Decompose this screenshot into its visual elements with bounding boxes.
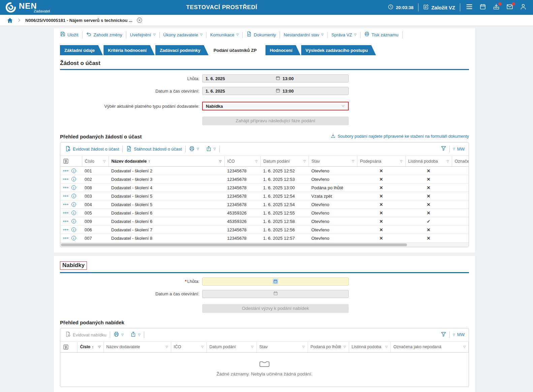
toolbar-item-6[interactable]: Nestandardní stav▽: [280, 32, 327, 38]
column-header-3[interactable]: Datum podání▽: [260, 156, 309, 167]
column-header-6[interactable]: Listinná podoba▽: [405, 156, 452, 167]
column-config-icon[interactable]: [63, 344, 74, 350]
row-info-icon[interactable]: [71, 176, 76, 182]
filter-caret-icon[interactable]: ▽: [351, 160, 354, 163]
column-header-7[interactable]: Označena jako nepodaná▽: [390, 341, 469, 352]
close-icon[interactable]: [136, 17, 143, 23]
row-info-icon[interactable]: [71, 168, 76, 173]
menu-button[interactable]: [465, 3, 474, 12]
mw-control[interactable]: ▽MW: [453, 147, 465, 152]
printer-icon[interactable]: ▽: [110, 331, 127, 338]
column-header-4[interactable]: Stav▽: [256, 341, 308, 352]
toolbar-item-0[interactable]: Uložit: [60, 31, 83, 38]
row-actions-cell: [60, 234, 82, 242]
filter-icon[interactable]: [441, 331, 446, 338]
column-header-2[interactable]: IČO▽: [171, 341, 207, 352]
filter-caret-icon[interactable]: ▽: [445, 160, 449, 163]
tab-5[interactable]: Výsledek zadávacího postupu: [301, 45, 376, 55]
mw-control[interactable]: ▽MW: [453, 332, 465, 337]
row-menu-icon[interactable]: [63, 211, 68, 215]
cell-date: 1. 6. 2025 12:55: [260, 209, 309, 217]
row-info-icon[interactable]: [71, 193, 76, 199]
filter-caret-icon[interactable]: ▽: [102, 160, 106, 163]
row-info-icon[interactable]: [71, 227, 76, 232]
column-header-0[interactable]: Číslo▽: [82, 156, 108, 167]
tab-0[interactable]: Základní údaje: [60, 45, 103, 55]
submission-type-select[interactable]: Nabídka: [202, 102, 349, 110]
column-header-3[interactable]: Datum podání▽: [207, 341, 256, 352]
send-call-button[interactable]: Odeslání výzvy k podání nabídek: [202, 304, 349, 313]
brand-name: NEN: [19, 2, 50, 10]
row-menu-icon[interactable]: [63, 177, 68, 181]
filter-caret-icon[interactable]: ▽: [164, 345, 168, 349]
lhuta-field[interactable]: 1. 6. 2025 13:00: [202, 74, 349, 83]
row-info-icon[interactable]: [71, 235, 76, 241]
tab-3[interactable]: Podání účastníků ZP: [209, 45, 265, 55]
toolbar-item-5[interactable]: Dokumenty: [243, 31, 280, 38]
column-header-4[interactable]: Stav▽: [309, 156, 357, 167]
column-header-7[interactable]: Označe: [452, 156, 469, 167]
row-menu-icon[interactable]: [63, 236, 68, 240]
column-header-2[interactable]: IČO▽: [224, 156, 260, 167]
filter-caret-icon[interactable]: ▽: [399, 160, 403, 163]
column-header-5[interactable]: Podaná po lhůtě▽: [308, 341, 349, 352]
filter-caret-icon[interactable]: ▽: [250, 345, 254, 349]
filter-caret-icon[interactable]: ▽: [342, 345, 346, 349]
offers-lhuta-field[interactable]: [202, 277, 349, 286]
messages-button[interactable]: [505, 3, 514, 12]
filter-icon[interactable]: [441, 145, 446, 153]
column-header-1[interactable]: Název dodavatele↑▽: [108, 156, 224, 167]
filter-caret-icon[interactable]: ▽: [218, 160, 222, 163]
breadcrumb-item[interactable]: N006/25/V00005181 - Nájem serverů s tech…: [25, 18, 132, 23]
opening-field[interactable]: 1. 6. 2025 13:00: [202, 87, 349, 95]
filter-caret-icon[interactable]: ▽: [384, 345, 388, 349]
row-menu-icon[interactable]: [63, 203, 68, 206]
filter-caret-icon[interactable]: ▽: [302, 160, 306, 163]
toolbar-item-2[interactable]: Uveřejnění▽: [126, 32, 160, 38]
toolbar-item-3[interactable]: Úkony zadavatele▽: [160, 32, 207, 38]
row-info-icon[interactable]: [71, 210, 76, 216]
submission-files-link[interactable]: Soubory podání najdete připravené ke sta…: [331, 133, 469, 139]
create-vz-button[interactable]: Založit VZ: [423, 4, 455, 11]
scrollbar-thumb[interactable]: [61, 243, 407, 246]
column-header-0[interactable]: Číslo↑▽: [77, 341, 103, 352]
downloads-button[interactable]: [492, 3, 501, 12]
column-config-icon[interactable]: [63, 158, 79, 164]
filter-caret-icon[interactable]: ▽: [462, 345, 466, 349]
tab-1[interactable]: Kritéria hodnocení: [103, 45, 155, 55]
toolbar-item-4[interactable]: Komunikace▽: [207, 32, 243, 38]
user-button[interactable]: [519, 3, 528, 12]
section-title-nabidky: Nabídky: [60, 261, 87, 270]
share-icon[interactable]: ▽: [202, 146, 219, 153]
printer-icon[interactable]: ▽: [186, 146, 202, 153]
toolbar-item-1[interactable]: Zahodit změny: [83, 31, 126, 38]
row-menu-icon[interactable]: [63, 228, 68, 231]
share-icon[interactable]: ▽: [127, 331, 144, 338]
filter-caret-icon[interactable]: ▽: [97, 345, 101, 349]
filter-caret-icon[interactable]: ▽: [200, 345, 204, 349]
panel-tool-0[interactable]: Evidovat žádost o účast: [64, 146, 122, 153]
calendar-button[interactable]: [478, 3, 487, 12]
row-info-icon[interactable]: [71, 202, 76, 207]
toolbar-item-8[interactable]: Tisk záznamu: [360, 31, 403, 38]
column-header-1[interactable]: Název dodavatele▽: [103, 341, 171, 352]
home-icon[interactable]: [7, 17, 13, 24]
row-menu-icon[interactable]: [63, 169, 68, 172]
row-menu-icon[interactable]: [63, 220, 68, 223]
toolbar-item-7[interactable]: Správa VZ▽: [328, 32, 360, 38]
calendar-icon[interactable]: [273, 279, 278, 284]
column-header-6[interactable]: Listinná podoba▽: [349, 341, 390, 352]
brand[interactable]: NEN Zadavatel: [5, 2, 50, 13]
row-menu-icon[interactable]: [63, 186, 68, 189]
tab-4[interactable]: Hodnocení: [265, 45, 301, 55]
row-info-icon[interactable]: [71, 219, 76, 224]
row-info-icon[interactable]: [71, 185, 76, 190]
tab-2[interactable]: Zadávací podmínky: [155, 45, 209, 55]
panel-tool-1[interactable]: Stáhnout žádosti o účast: [123, 146, 185, 153]
filter-caret-icon[interactable]: ▽: [301, 345, 305, 349]
column-header-5[interactable]: Podepsána▽: [357, 156, 405, 167]
horizontal-scrollbar[interactable]: [60, 242, 469, 247]
row-menu-icon[interactable]: [63, 194, 68, 198]
next-phase-button[interactable]: Zahájit přípravu následující fáze podání: [202, 117, 349, 125]
filter-caret-icon[interactable]: ▽: [254, 160, 258, 163]
